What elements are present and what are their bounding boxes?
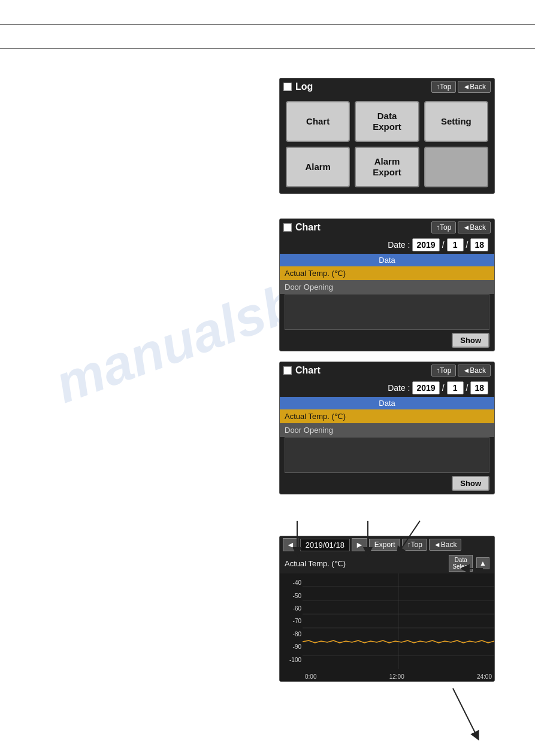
chart-view-top-btn[interactable]: ↑Top xyxy=(402,539,427,551)
y-label-60: -60 xyxy=(281,605,301,612)
chart2-slash2: / xyxy=(466,383,468,393)
x-label-12: 12:00 xyxy=(389,673,404,680)
chart1-day[interactable]: 18 xyxy=(470,238,488,251)
chart2-back-btn[interactable]: ◄Back xyxy=(458,365,491,377)
y-axis-labels: -40 -50 -60 -70 -80 -90 -100 xyxy=(280,573,303,669)
chart1-top-btn[interactable]: ↑Top xyxy=(431,221,456,233)
chart2-data-header: Data xyxy=(280,397,494,409)
chart-view-panel: ◄ 2019/01/18 ► Export ↑Top ◄Back Actual … xyxy=(279,536,495,682)
chart2-header-btns: ↑Top ◄Back xyxy=(431,365,491,377)
log-panel-header: Log ↑Top ◄Back xyxy=(280,78,494,95)
chart2-show-btn[interactable]: Show xyxy=(452,476,489,491)
chart1-slash1: / xyxy=(442,240,445,250)
chart1-date-row: Date : 2019 / 1 / 18 xyxy=(280,236,494,254)
chart1-date-label: Date : xyxy=(388,240,410,250)
chart1-row2[interactable]: Door Opening xyxy=(280,280,494,294)
y-label-90: -90 xyxy=(281,643,301,650)
chart2-show-btn-row: Show xyxy=(280,473,494,494)
chart1-back-btn[interactable]: ◄Back xyxy=(458,221,491,233)
chart2-title-text: Chart xyxy=(295,365,321,376)
log-back-btn[interactable]: ◄Back xyxy=(458,81,491,93)
chart2-year[interactable]: 2019 xyxy=(412,381,439,394)
chart-panel-2: Chart ↑Top ◄Back Date : 2019 / 1 / 18 Da… xyxy=(279,362,495,494)
chart2-date-label: Date : xyxy=(388,383,410,393)
chart2-data-area xyxy=(285,437,489,473)
x-label-0: 0:00 xyxy=(305,673,316,680)
top-rule2 xyxy=(0,48,535,49)
chart-view-area: -40 -50 -60 -70 -80 -90 -100 0:00 12:00 … xyxy=(280,573,494,681)
log-title-icon xyxy=(283,83,292,91)
chart2-panel-title: Chart xyxy=(283,365,321,376)
chart-view-label-row: Actual Temp. (℃) Data Select ▲ xyxy=(280,553,494,573)
chart-svg xyxy=(303,573,494,669)
y-label-50: -50 xyxy=(281,593,301,599)
chart1-slash2: / xyxy=(466,240,468,250)
chart-btn[interactable]: Chart xyxy=(286,101,350,142)
x-axis-labels: 0:00 12:00 24:00 xyxy=(303,673,494,680)
setting-btn[interactable]: Setting xyxy=(424,101,488,142)
log-panel: Log ↑Top ◄Back Chart DataExport Setting … xyxy=(279,78,495,194)
chart1-show-btn[interactable]: Show xyxy=(452,333,489,348)
data-select-btn[interactable]: Data Select xyxy=(449,555,473,572)
chart1-header-btns: ↑Top ◄Back xyxy=(431,221,491,233)
chart1-title-icon xyxy=(283,223,292,232)
log-panel-title: Log xyxy=(283,81,313,92)
chart2-day[interactable]: 18 xyxy=(470,381,488,394)
alarm-btn[interactable]: Alarm xyxy=(286,147,350,187)
chart-view-export-btn[interactable]: Export xyxy=(369,539,401,551)
x-label-24: 24:00 xyxy=(477,673,492,680)
chart-view-date: 2019/01/18 xyxy=(300,539,350,551)
chart1-panel-title: Chart xyxy=(283,222,321,233)
chart-view-back-btn[interactable]: ◄Back xyxy=(429,539,462,551)
alarm-export-btn[interactable]: AlarmExport xyxy=(355,147,419,187)
log-buttons-grid: Chart DataExport Setting Alarm AlarmExpo… xyxy=(280,95,494,193)
chart2-slash1: / xyxy=(442,383,445,393)
chart2-month[interactable]: 1 xyxy=(447,381,464,394)
chart1-data-area xyxy=(285,294,489,330)
chart1-show-btn-row: Show xyxy=(280,330,494,351)
log-header-btns: ↑Top ◄Back xyxy=(431,81,491,93)
chart2-top-btn[interactable]: ↑Top xyxy=(431,365,456,377)
chart-view-label: Actual Temp. (℃) xyxy=(285,559,346,568)
chart2-row2[interactable]: Door Opening xyxy=(280,423,494,437)
scroll-up-btn[interactable]: ▲ xyxy=(476,557,489,569)
log-top-btn[interactable]: ↑Top xyxy=(431,81,456,93)
chart2-panel-header: Chart ↑Top ◄Back xyxy=(280,362,494,379)
svg-line-11 xyxy=(453,688,477,736)
chart1-title-text: Chart xyxy=(295,222,321,233)
empty-btn xyxy=(424,147,488,187)
chart-panel-1: Chart ↑Top ◄Back Date : 2019 / 1 / 18 Da… xyxy=(279,218,495,351)
chart1-data-header: Data xyxy=(280,254,494,266)
chart1-year[interactable]: 2019 xyxy=(412,238,439,251)
y-label-70: -70 xyxy=(281,618,301,624)
chart2-row1[interactable]: Actual Temp. (℃) xyxy=(280,409,494,423)
log-title-text: Log xyxy=(295,81,313,92)
chart1-month[interactable]: 1 xyxy=(447,238,464,251)
chart-view-prev-btn[interactable]: ◄ xyxy=(283,538,298,551)
y-label-80: -80 xyxy=(281,631,301,637)
chart2-date-row: Date : 2019 / 1 / 18 xyxy=(280,379,494,397)
chart2-title-icon xyxy=(283,366,292,375)
top-rule xyxy=(0,24,535,25)
chart1-row1[interactable]: Actual Temp. (℃) xyxy=(280,266,494,280)
chart1-panel-header: Chart ↑Top ◄Back xyxy=(280,219,494,236)
y-label-100: -100 xyxy=(281,657,301,663)
data-export-btn[interactable]: DataExport xyxy=(355,101,419,142)
y-label-40: -40 xyxy=(281,579,301,586)
chart-view-next-btn[interactable]: ► xyxy=(352,538,367,551)
chart-view-toolbar: ◄ 2019/01/18 ► Export ↑Top ◄Back xyxy=(280,536,494,553)
